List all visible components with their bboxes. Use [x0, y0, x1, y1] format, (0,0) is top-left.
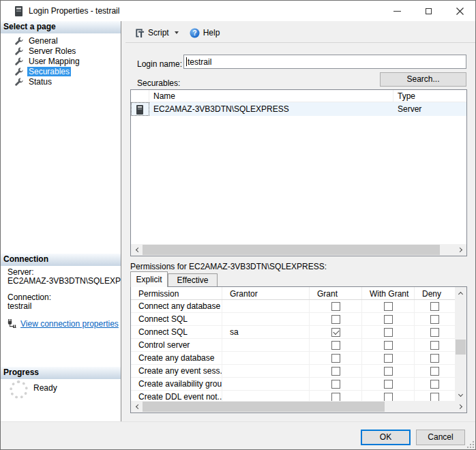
deny-column-header[interactable]: Deny [415, 287, 455, 299]
minimize-icon [393, 11, 401, 12]
grantor-column-header[interactable]: Grantor [222, 287, 310, 299]
grant-checkbox[interactable] [331, 302, 340, 311]
with-grant-checkbox[interactable] [384, 315, 393, 324]
grant-checkbox[interactable] [331, 393, 340, 402]
main-panel: Script ? Help Login name: testrail Secur… [125, 21, 476, 422]
title-bar[interactable]: Login Properties - testrail [1, 1, 475, 21]
sidebar-item-general[interactable]: General [1, 35, 121, 46]
sidebar-item-label: General [27, 36, 59, 46]
sidebar-item-label: Server Roles [27, 46, 77, 56]
server-label: Server: [8, 268, 121, 276]
permission-column-header[interactable]: Permission [131, 287, 222, 299]
with-grant-checkbox[interactable] [384, 341, 393, 350]
tab-effective[interactable]: Effective [168, 273, 218, 287]
server-app-icon [15, 6, 23, 18]
scroll-up-arrow[interactable] [455, 287, 466, 299]
grant-checkbox[interactable] [331, 328, 340, 337]
securable-row[interactable]: EC2AMAZ-3VB3DTN\SQLEXPRESS Server [131, 102, 466, 116]
scroll-right-arrow[interactable] [455, 401, 466, 412]
permission-row: Create any event sess... [131, 365, 455, 378]
minimize-button[interactable] [381, 1, 413, 21]
with-grant-checkbox[interactable] [384, 367, 393, 376]
securable-icon-cell [131, 102, 149, 116]
tab-explicit[interactable]: Explicit [130, 271, 168, 287]
scroll-down-arrow[interactable] [455, 389, 466, 401]
with-grant-checkbox[interactable] [384, 302, 393, 311]
permissions-vscrollbar[interactable] [455, 287, 466, 401]
grant-checkbox[interactable] [331, 315, 340, 324]
ok-button[interactable]: OK [361, 430, 411, 445]
login-name-input[interactable]: testrail [183, 55, 466, 69]
maximize-button[interactable] [413, 1, 444, 21]
permission-name: Create any event sess... [131, 365, 222, 377]
icon-column-header[interactable] [131, 90, 149, 102]
deny-checkbox[interactable] [430, 328, 439, 337]
connection-block: Server: EC2AMAZ-3VB3DTN\SQLEXPRE Connect… [8, 268, 121, 328]
login-name-value: testrail [188, 57, 211, 67]
view-connection-properties-link[interactable]: View connection properties [20, 320, 119, 328]
name-column-header[interactable]: Name [149, 90, 393, 102]
type-column-header[interactable]: Type [393, 90, 466, 102]
script-button[interactable]: Script [131, 26, 182, 40]
deny-checkbox[interactable] [430, 341, 439, 350]
sidebar-item-status[interactable]: Status [1, 76, 121, 87]
sidebar-item-label: User Mapping [27, 57, 81, 66]
with-grant-checkbox[interactable] [384, 328, 393, 337]
securable-name: EC2AMAZ-3VB3DTN\SQLEXPRESS [149, 104, 393, 114]
grant-checkbox[interactable] [331, 380, 340, 389]
permissions-hscrollbar[interactable] [131, 401, 466, 412]
grant-column-header[interactable]: Grant [310, 287, 362, 299]
with-grant-checkbox[interactable] [384, 354, 393, 363]
securables-hscrollbar[interactable] [131, 244, 466, 256]
scroll-thumb[interactable] [143, 402, 385, 412]
deny-checkbox[interactable] [430, 393, 439, 402]
permission-name: Connect SQL [131, 313, 222, 325]
progress-header: Progress [1, 367, 121, 379]
search-button[interactable]: Search... [380, 72, 466, 87]
deny-checkbox[interactable] [430, 354, 439, 363]
help-button[interactable]: ? Help [186, 26, 224, 40]
grant-checkbox[interactable] [331, 341, 340, 350]
deny-checkbox[interactable] [430, 380, 439, 389]
scroll-right-arrow[interactable] [455, 244, 466, 256]
permission-name: Create DDL event not... [131, 391, 222, 401]
sidebar-item-securables[interactable]: Securables [1, 66, 121, 76]
sidebar-item-user-mapping[interactable]: User Mapping [1, 56, 121, 66]
deny-checkbox[interactable] [430, 302, 439, 311]
connection-label: Connection: [8, 293, 121, 301]
securables-list: Name Type EC2AMAZ-3VB3DTN\SQLEXPRESS Ser… [130, 89, 467, 256]
wrench-icon [15, 57, 23, 65]
sidebar-item-label: Securables [27, 67, 71, 76]
permission-row: Control server [131, 339, 455, 352]
permission-row: Create any database [131, 352, 455, 365]
wrench-icon [15, 68, 23, 76]
connection-header: Connection [1, 254, 121, 266]
script-dropdown-icon[interactable] [175, 31, 179, 34]
permission-name: Create availability group [131, 378, 222, 390]
permission-grantor [222, 378, 310, 390]
permissions-grid: Permission Grantor Grant With Grant Deny… [130, 286, 467, 413]
help-icon: ? [190, 28, 200, 38]
grant-checkbox[interactable] [331, 354, 340, 363]
resize-grip[interactable] [467, 441, 474, 448]
wrench-icon [15, 47, 23, 55]
scroll-thumb[interactable] [143, 245, 440, 255]
with-grant-column-header[interactable]: With Grant [362, 287, 415, 299]
scroll-left-arrow[interactable] [131, 244, 143, 256]
close-button[interactable] [444, 1, 475, 21]
permission-grantor [222, 339, 310, 351]
maximize-icon [426, 8, 432, 14]
page-list: GeneralServer RolesUser MappingSecurable… [1, 35, 121, 87]
permission-row: Create DDL event not... [131, 391, 455, 401]
deny-checkbox[interactable] [430, 367, 439, 376]
permission-grantor [222, 391, 310, 401]
grant-checkbox[interactable] [331, 367, 340, 376]
scroll-thumb[interactable] [456, 340, 466, 355]
wrench-icon [15, 78, 23, 86]
deny-checkbox[interactable] [430, 315, 439, 324]
sidebar-item-server-roles[interactable]: Server Roles [1, 46, 121, 56]
cancel-button[interactable]: Cancel [416, 430, 465, 445]
scroll-left-arrow[interactable] [131, 401, 143, 412]
with-grant-checkbox[interactable] [384, 393, 393, 402]
with-grant-checkbox[interactable] [384, 380, 393, 389]
